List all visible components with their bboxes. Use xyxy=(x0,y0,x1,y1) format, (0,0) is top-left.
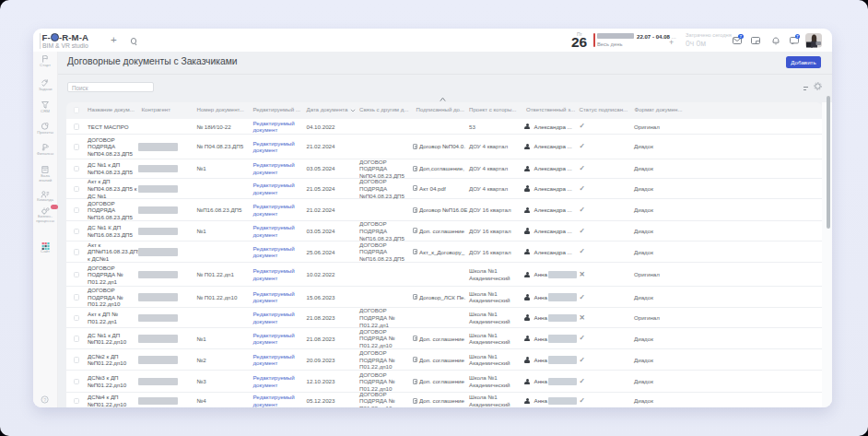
svg-text:?: ? xyxy=(43,396,46,402)
